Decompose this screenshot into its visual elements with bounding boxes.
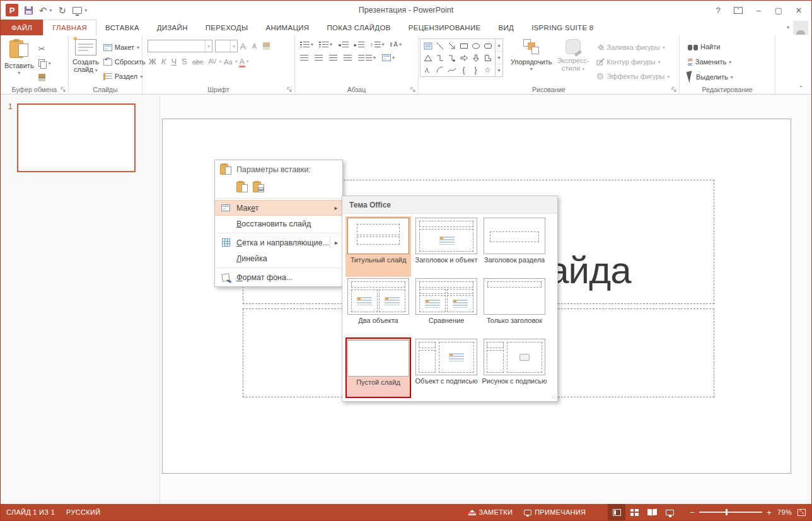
slide-thumbnail-panel[interactable]: 1: [1, 95, 160, 504]
tab-insert[interactable]: ВСТАВКА: [96, 20, 148, 35]
paste-dropdown-icon[interactable]: ▾: [18, 69, 20, 77]
zoom-level[interactable]: 79%: [772, 504, 798, 520]
cut-button[interactable]: ✂: [37, 42, 53, 55]
shape-effects-button[interactable]: Эффекты фигуры▾: [594, 70, 672, 83]
layout-item-picture-with-caption[interactable]: Рисунок с подписью: [482, 337, 547, 398]
shapes-more-icon[interactable]: ▼: [496, 64, 502, 76]
shape-down-arrow-button[interactable]: [470, 52, 482, 64]
section-button[interactable]: Раздел▾: [102, 70, 148, 83]
layout-item-comparison[interactable]: Сравнение: [414, 277, 479, 337]
help-icon[interactable]: ?: [709, 3, 727, 17]
zoom-out-button[interactable]: −: [690, 508, 695, 517]
align-left-button[interactable]: [300, 55, 308, 61]
shape-oval-button[interactable]: [470, 40, 482, 52]
bullets-button[interactable]: ▾: [300, 42, 313, 47]
align-right-button[interactable]: [329, 55, 337, 61]
character-spacing-button[interactable]: AV: [206, 58, 219, 65]
start-slideshow-icon[interactable]: [72, 7, 82, 14]
underline-button[interactable]: Ч: [168, 57, 179, 66]
notes-toggle[interactable]: ЗАМЕТКИ: [463, 504, 519, 520]
zoom-slider[interactable]: [699, 512, 762, 513]
layout-item-title-slide[interactable]: Титульный слайд: [345, 216, 411, 277]
grid-submenu-arrow-icon[interactable]: ▸: [330, 237, 342, 249]
ribbon-display-options-icon[interactable]: ⌃: [729, 3, 747, 17]
replace-button[interactable]: abacЗаменить▾: [686, 56, 735, 68]
reset-button[interactable]: Сбросить: [102, 56, 148, 68]
close-button[interactable]: ✕: [790, 3, 808, 17]
menu-item-ruler[interactable]: Линейка: [215, 250, 342, 266]
menu-item-layout[interactable]: Макет ▸: [215, 200, 342, 216]
italic-button[interactable]: К: [159, 57, 169, 66]
slide-thumbnail[interactable]: [17, 103, 136, 172]
change-case-button[interactable]: Аа: [221, 58, 235, 66]
copy-button[interactable]: ▾: [37, 57, 53, 69]
tab-view[interactable]: ВИД: [490, 20, 523, 35]
fit-slide-button[interactable]: ⤡: [798, 504, 811, 520]
shape-right-arrow-button[interactable]: [458, 52, 470, 64]
shape-star-button[interactable]: ☆: [482, 64, 494, 76]
layout-item-blank[interactable]: Пустой слайд: [345, 337, 411, 398]
paste-use-theme-button[interactable]: [236, 181, 248, 194]
user-avatar[interactable]: [793, 21, 808, 35]
shapes-scroll-up-icon[interactable]: ▲: [496, 39, 502, 51]
shape-textbox-button[interactable]: [422, 40, 434, 52]
shape-rounded-rectangle-button[interactable]: [482, 40, 494, 52]
bold-button[interactable]: Ж: [146, 57, 159, 66]
numbering-button[interactable]: ▾: [319, 42, 332, 47]
comments-toggle[interactable]: ПРИМЕЧАНИЯ: [518, 504, 591, 520]
smartart-convert-button[interactable]: ▾: [382, 54, 395, 61]
new-slide-button[interactable]: ✶ Создатьслайд ▾: [70, 37, 102, 85]
font-dialog-launcher-icon[interactable]: [287, 87, 293, 93]
layout-item-two-content[interactable]: Два объекта: [345, 277, 411, 337]
paste-button[interactable]: Вставить ▾: [2, 37, 37, 85]
zoom-slider-thumb[interactable]: [726, 509, 728, 515]
paste-as-picture-button[interactable]: [253, 181, 264, 194]
shape-arc-button[interactable]: [434, 64, 446, 76]
shape-line-button[interactable]: [434, 40, 446, 52]
customize-qat-icon[interactable]: ▾: [84, 8, 87, 13]
format-painter-button[interactable]: [37, 71, 53, 84]
maximize-button[interactable]: ▢: [770, 3, 787, 17]
save-icon[interactable]: [25, 6, 33, 15]
language-indicator[interactable]: РУССКИЙ: [61, 504, 106, 520]
view-reading-button[interactable]: [643, 504, 661, 520]
account-dropdown-icon[interactable]: ▾: [787, 25, 789, 30]
tab-file[interactable]: ФАЙЛ: [1, 20, 43, 35]
increase-indent-button[interactable]: ▸: [354, 42, 365, 48]
tab-animations[interactable]: АНИМАЦИЯ: [257, 20, 318, 35]
menu-item-format-background[interactable]: Формат фона...: [215, 269, 342, 285]
layout-item-content-with-caption[interactable]: Объект с подписью: [414, 337, 479, 398]
clipboard-dialog-launcher-icon[interactable]: [61, 87, 66, 93]
slide-counter[interactable]: СЛАЙД 1 ИЗ 1: [1, 504, 61, 520]
shape-scribble-button[interactable]: [422, 64, 434, 76]
align-center-button[interactable]: [315, 55, 323, 61]
collapse-ribbon-icon[interactable]: ⌃: [799, 85, 804, 91]
clear-formatting-icon[interactable]: [263, 42, 270, 50]
paragraph-dialog-launcher-icon[interactable]: [410, 87, 416, 93]
shape-rectangle-button[interactable]: [458, 40, 470, 52]
menu-item-restore-slide[interactable]: Восстановить слайд: [215, 216, 342, 231]
undo-dropdown-icon[interactable]: ▾: [50, 8, 52, 13]
menu-resize-grip[interactable]: ∷: [552, 395, 556, 401]
tab-review[interactable]: РЕЦЕНЗИРОВАНИЕ: [400, 20, 490, 35]
columns-button[interactable]: ▾: [358, 55, 376, 61]
decrease-indent-button[interactable]: ◂: [338, 42, 349, 48]
shape-elbow-connector-button[interactable]: [434, 52, 446, 64]
repeat-icon[interactable]: ↻: [59, 6, 67, 15]
shape-right-brace-button[interactable]: }: [470, 64, 482, 76]
drawing-dialog-launcher-icon[interactable]: [671, 87, 677, 93]
menu-item-grid-and-guides[interactable]: Сетка и направляющие... ▸: [215, 235, 342, 250]
view-slide-sorter-button[interactable]: [625, 504, 643, 520]
find-button[interactable]: Найти: [686, 40, 735, 53]
shape-corner-button[interactable]: [482, 52, 494, 64]
layout-button[interactable]: Макет▾: [102, 41, 148, 54]
justify-button[interactable]: [344, 55, 352, 61]
shape-curve-button[interactable]: [446, 64, 458, 76]
shrink-font-button[interactable]: A: [252, 42, 260, 50]
view-slideshow-button[interactable]: [661, 504, 678, 520]
select-button[interactable]: Выделить▾: [686, 71, 735, 83]
shape-outline-button[interactable]: Контур фигуры▾: [594, 56, 672, 68]
undo-icon[interactable]: ↶: [39, 6, 47, 15]
font-name-combobox[interactable]: ▾: [148, 40, 212, 52]
tab-slideshow[interactable]: ПОКАЗ СЛАЙДОВ: [318, 20, 399, 35]
